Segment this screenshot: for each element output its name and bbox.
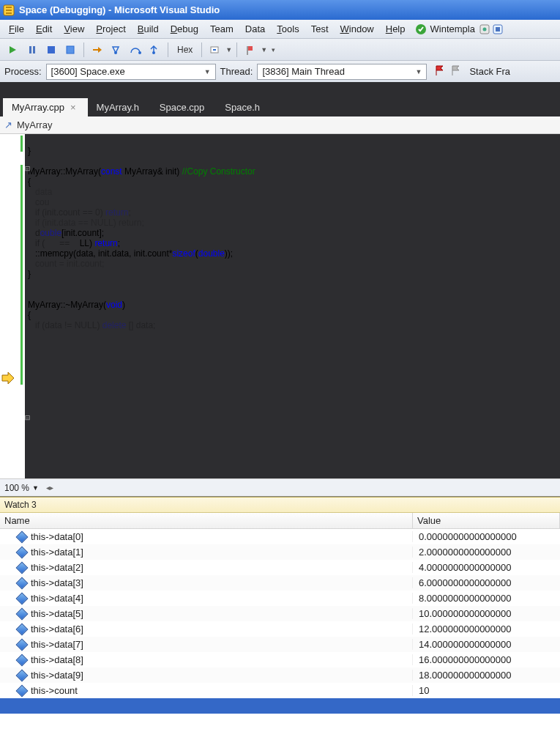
close-icon[interactable]: × — [70, 102, 76, 113]
show-next-button[interactable] — [89, 42, 106, 58]
process-bar: Process: [3600] Space.exe ▼ Thread: [383… — [0, 61, 560, 83]
menu-help[interactable]: Help — [380, 21, 411, 37]
watch-value: 0.00000000000000000 — [413, 531, 560, 542]
watch-name: this->data[8] — [31, 654, 83, 665]
scope-dropdown[interactable]: MyArray — [17, 119, 52, 130]
thread-dropdown[interactable]: [3836] Main Thread ▼ — [257, 64, 427, 80]
code-area[interactable]: } MyArray::MyArray(const MyArray& init) … — [25, 134, 560, 478]
flag-icon[interactable] — [434, 64, 446, 78]
restart-button[interactable] — [61, 42, 79, 58]
menu-data[interactable]: Data — [239, 21, 271, 37]
chevron-down-icon[interactable]: ▼ — [32, 484, 39, 492]
options-button[interactable] — [206, 42, 224, 58]
dropdown-arrow-icon[interactable]: ▼ — [225, 46, 232, 53]
watch-new-row[interactable] — [0, 698, 560, 714]
watch-name: this->data[9] — [31, 670, 83, 681]
editor-tabs: MyArray.cpp × MyArray.h Space.cpp Space.… — [0, 97, 560, 116]
watch-row[interactable]: this->data[3]6.0000000000000000 — [0, 575, 560, 591]
zoom-value[interactable]: 100 % — [4, 483, 29, 493]
menu-build[interactable]: Build — [132, 21, 165, 37]
tab-label: MyArray.h — [97, 102, 139, 113]
variable-icon — [16, 638, 29, 651]
watch-row[interactable]: this->data[2]4.0000000000000000 — [0, 560, 560, 575]
variable-icon — [16, 684, 29, 697]
continue-button[interactable] — [4, 42, 22, 58]
app-icon — [3, 4, 15, 16]
toolbar-separator — [168, 42, 168, 57]
plugin-icon-2[interactable] — [491, 23, 504, 36]
threads-icon[interactable] — [450, 64, 462, 78]
wintempla-icon[interactable] — [414, 23, 428, 36]
svg-rect-8 — [48, 46, 55, 53]
menu-window[interactable]: Window — [335, 21, 380, 37]
menu-debug[interactable]: Debug — [165, 21, 204, 37]
stop-button[interactable] — [42, 42, 60, 58]
step-into-button[interactable] — [108, 42, 125, 58]
watch-name: this->data[5] — [31, 608, 83, 619]
watch-name: this->data[0] — [31, 531, 83, 542]
navigate-icon[interactable]: ↗ — [4, 119, 12, 130]
menu-bar: File Edit View Project Build Debug Team … — [0, 20, 560, 39]
zoom-bar: 100 % ▼ ◂▸ — [0, 478, 560, 496]
watch-name: this->data[6] — [31, 624, 83, 634]
watch-value: 8.0000000000000000 — [413, 593, 560, 604]
fold-icon[interactable]: ⊟ — [25, 412, 34, 423]
menu-project[interactable]: Project — [90, 21, 131, 37]
zoom-arrows-icon[interactable]: ◂▸ — [46, 484, 53, 492]
watch-name: this->data[1] — [31, 547, 83, 558]
variable-icon — [16, 654, 29, 666]
tab-label: Space.h — [225, 102, 260, 113]
watch-row[interactable]: this->data[7]14.000000000000000 — [0, 637, 560, 652]
menu-tools[interactable]: Tools — [271, 21, 305, 37]
overflow-icon[interactable]: ▾ — [269, 46, 275, 53]
svg-point-12 — [152, 51, 155, 54]
code-line: { — [28, 310, 31, 320]
tab-myarray-cpp[interactable]: MyArray.cpp × — [3, 98, 88, 116]
menu-test[interactable]: Test — [305, 21, 335, 37]
watch-row[interactable]: this->data[6]12.000000000000000 — [0, 621, 560, 637]
menu-team[interactable]: Team — [204, 21, 239, 37]
col-header-value[interactable]: Value — [413, 513, 560, 528]
watch-row[interactable]: this->data[9]18.000000000000000 — [0, 667, 560, 683]
plugin-icon-1[interactable] — [478, 23, 491, 36]
dropdown-arrow-icon[interactable]: ▼ — [261, 46, 267, 53]
step-out-button[interactable] — [146, 42, 163, 58]
pause-button[interactable] — [23, 42, 41, 58]
svg-point-10 — [114, 51, 117, 54]
watch-panel-header[interactable]: Watch 3 — [0, 497, 560, 513]
watch-row[interactable]: this->data[5]10.000000000000000 — [0, 606, 560, 621]
nav-bar: ↗ MyArray — [0, 116, 560, 134]
svg-rect-9 — [67, 46, 74, 53]
code-line-faded: cou — [28, 197, 49, 207]
watch-name: this->data[7] — [31, 639, 83, 650]
thread-label: Thread: — [220, 66, 253, 77]
watch-name: this->data[4] — [31, 593, 83, 604]
watch-column-headers: Name Value — [0, 513, 560, 529]
menu-view[interactable]: View — [58, 21, 90, 37]
watch-row[interactable]: this->data[8]16.000000000000000 — [0, 652, 560, 667]
process-value: [3600] Space.exe — [51, 66, 125, 77]
tab-space-cpp[interactable]: Space.cpp — [151, 98, 216, 116]
tab-myarray-h[interactable]: MyArray.h — [88, 98, 151, 116]
watch-title: Watch 3 — [4, 500, 37, 510]
step-over-button[interactable] — [127, 42, 144, 58]
fold-icon[interactable]: ⊟ — [25, 163, 34, 174]
col-header-name[interactable]: Name — [0, 513, 413, 528]
code-editor[interactable]: ⊟ ⊟ } MyArray::MyArray(const MyArray& in… — [0, 134, 560, 478]
flag-button[interactable] — [242, 42, 259, 58]
tab-space-h[interactable]: Space.h — [216, 98, 272, 116]
svg-rect-7 — [33, 46, 35, 53]
menu-edit[interactable]: Edit — [30, 21, 58, 37]
watch-row[interactable]: this->data[4]8.0000000000000000 — [0, 591, 560, 606]
menu-wintempla[interactable]: Wintempla — [430, 23, 475, 34]
menu-file[interactable]: File — [3, 21, 30, 37]
svg-rect-14 — [213, 49, 216, 51]
watch-row[interactable]: this->data[0]0.00000000000000000 — [0, 529, 560, 544]
variable-icon — [16, 561, 29, 574]
hex-toggle[interactable]: Hex — [173, 45, 197, 55]
watch-row[interactable]: this->count10 — [0, 683, 560, 698]
watch-row[interactable]: this->data[1]2.0000000000000000 — [0, 544, 560, 560]
thread-value: [3836] Main Thread — [262, 66, 345, 77]
process-label: Process: — [4, 66, 42, 77]
process-dropdown[interactable]: [3600] Space.exe ▼ — [46, 64, 216, 80]
